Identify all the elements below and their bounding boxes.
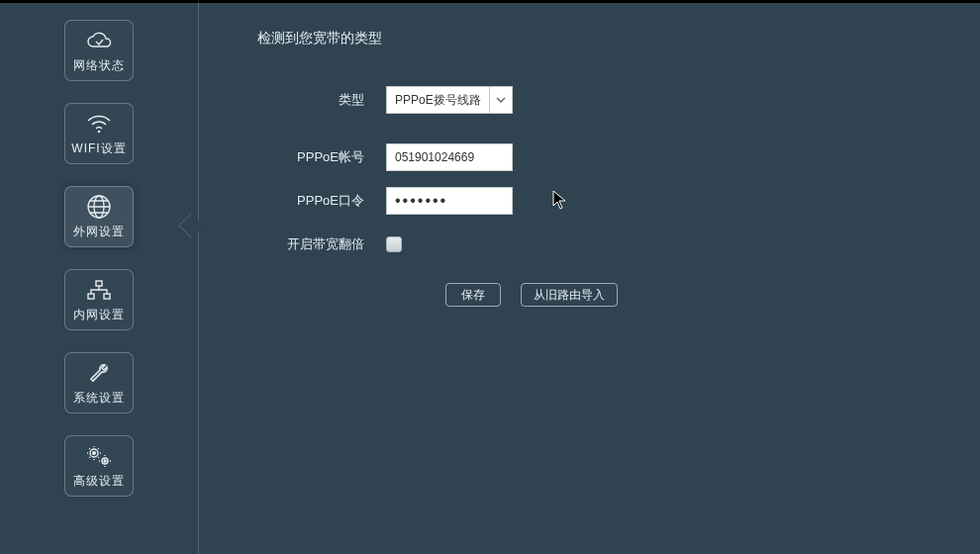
pppoe-account-label: PPPoE帐号	[257, 148, 386, 166]
sidebar-item-label: 外网设置	[73, 224, 125, 240]
save-button[interactable]: 保存	[445, 283, 501, 307]
svg-rect-4	[88, 294, 94, 299]
svg-point-7	[93, 451, 96, 454]
svg-rect-5	[104, 294, 110, 299]
lan-icon	[84, 277, 114, 303]
pppoe-password-label: PPPoE口令	[257, 192, 386, 210]
page-title: 检测到您宽带的类型	[257, 30, 940, 47]
type-label: 类型	[257, 91, 386, 109]
sidebar-item-label: 内网设置	[73, 307, 125, 323]
connection-type-select[interactable]: PPPoE拨号线路	[386, 86, 513, 114]
bandwidth-boost-label: 开启带宽翻倍	[257, 235, 386, 253]
chevron-down-icon	[489, 87, 512, 113]
pppoe-account-input[interactable]	[386, 143, 513, 171]
gears-icon	[84, 443, 114, 469]
sidebar-item-system-settings[interactable]: 系统设置	[64, 352, 134, 414]
wrench-icon	[84, 360, 114, 386]
main-panel: 检测到您宽带的类型 类型 PPPoE拨号线路 PPPoE帐号 PPPoE口令 开…	[198, 0, 980, 554]
svg-point-9	[104, 460, 106, 462]
cloud-icon	[84, 28, 114, 53]
svg-rect-3	[96, 281, 102, 286]
sidebar-item-lan-settings[interactable]: 内网设置	[64, 269, 134, 330]
sidebar-item-wan-settings[interactable]: 外网设置	[64, 186, 134, 247]
sidebar-item-label: 高级设置	[73, 473, 125, 490]
connection-type-value: PPPoE拨号线路	[387, 92, 489, 109]
sidebar-item-network-status[interactable]: 网络状态	[64, 20, 134, 81]
sidebar-item-label: 网络状态	[73, 57, 125, 74]
sidebar: 网络状态 WIFI设置 外网设置	[0, 0, 198, 554]
sidebar-item-label: 系统设置	[73, 390, 125, 407]
sidebar-item-advanced-settings[interactable]: 高级设置	[64, 435, 134, 497]
bandwidth-boost-checkbox[interactable]	[386, 236, 402, 252]
pppoe-password-input[interactable]	[386, 187, 513, 215]
wifi-icon	[84, 111, 114, 137]
sidebar-item-label: WIFI设置	[71, 140, 126, 157]
sidebar-item-wifi-settings[interactable]: WIFI设置	[64, 103, 134, 164]
sidebar-divider	[198, 0, 199, 554]
globe-icon	[84, 194, 114, 220]
import-from-old-router-button[interactable]: 从旧路由导入	[521, 283, 618, 307]
svg-point-0	[98, 130, 101, 133]
